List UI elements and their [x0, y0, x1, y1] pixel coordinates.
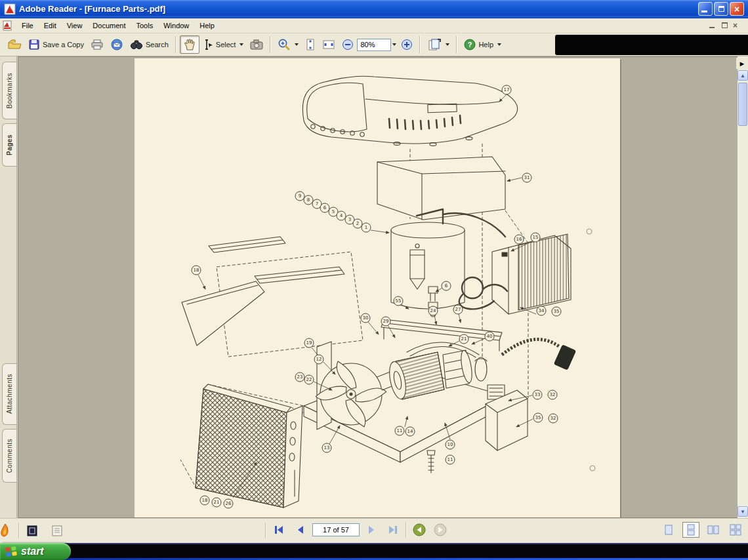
doc-minimize-button[interactable] — [708, 22, 717, 30]
menu-document[interactable]: Document — [87, 20, 131, 31]
statusbar-separator — [405, 522, 407, 538]
workspace: Bookmarks Pages Attachments Comments — [0, 56, 748, 518]
previous-view-icon — [413, 523, 426, 536]
start-label: start — [21, 546, 44, 557]
search-label: Search — [146, 41, 169, 49]
save-a-copy-button[interactable]: Save a Copy — [25, 35, 87, 54]
page-number-input[interactable] — [312, 523, 360, 536]
help-dropdown-icon — [497, 43, 501, 46]
zoom-dropdown-icon — [295, 43, 299, 46]
search-button[interactable]: Search — [127, 35, 172, 54]
adobe-reader-window: Adobe Reader - [Furnace Parts-.pdf] × Fi… — [0, 0, 748, 560]
svg-text:11: 11 — [397, 428, 403, 433]
help-label: Help — [478, 41, 493, 49]
help-button[interactable]: ? Help — [461, 35, 505, 54]
svg-text:10: 10 — [447, 442, 453, 447]
tab-pages[interactable]: Pages — [2, 123, 16, 167]
svg-text:31: 31 — [524, 175, 530, 180]
menu-tools[interactable]: Tools — [131, 20, 159, 31]
expand-pane-arrow-icon: ► — [739, 60, 746, 68]
next-view-button[interactable] — [432, 522, 449, 538]
menu-edit[interactable]: Edit — [39, 20, 62, 31]
mounting-brackets — [182, 237, 344, 346]
page-display-dropdown-icon — [446, 43, 449, 46]
pdf-page[interactable]: 1731987654321161518556343540211912302924… — [135, 58, 620, 517]
single-page-button[interactable] — [660, 522, 677, 538]
minimize-button[interactable] — [698, 2, 713, 16]
last-page-button[interactable] — [384, 522, 402, 538]
status-bar — [0, 518, 748, 543]
select-tool-button[interactable]: Select — [199, 35, 247, 54]
email-button[interactable] — [107, 35, 127, 54]
menu-bar: File Edit View Document Tools Window Hel… — [0, 18, 748, 33]
hand-tool-icon — [183, 38, 196, 51]
page-holes — [587, 229, 595, 471]
tab-comments-label: Comments — [6, 439, 13, 473]
menu-file[interactable]: File — [16, 20, 39, 31]
menu-help[interactable]: Help — [194, 20, 220, 31]
facing-pages-button[interactable] — [705, 522, 722, 538]
dark-page-icon-button[interactable] — [25, 524, 39, 537]
zoom-out-button[interactable] — [339, 35, 357, 54]
scroll-up-button[interactable]: ▲ — [738, 70, 748, 81]
title-bar[interactable]: Adobe Reader - [Furnace Parts-.pdf] × — [0, 0, 748, 18]
next-page-button[interactable] — [364, 522, 381, 538]
next-view-icon — [434, 523, 447, 536]
svg-text:27: 27 — [455, 307, 461, 312]
continuous-page-icon — [686, 524, 696, 536]
close-button[interactable]: × — [730, 2, 744, 16]
menu-window[interactable]: Window — [158, 20, 194, 31]
continuous-facing-button[interactable] — [727, 522, 744, 538]
svg-text:6: 6 — [323, 205, 327, 210]
svg-text:21: 21 — [461, 336, 467, 342]
hand-tool-button[interactable] — [180, 35, 199, 54]
restore-button[interactable] — [714, 2, 728, 16]
light-page-icon — [52, 525, 62, 536]
svg-text:9: 9 — [299, 193, 301, 199]
svg-text:24: 24 — [430, 308, 436, 313]
doc-restore-button[interactable] — [720, 22, 729, 30]
zoom-in-button[interactable] — [398, 35, 416, 54]
zoom-level-dropdown-icon[interactable] — [392, 43, 396, 46]
svg-text:15: 15 — [533, 235, 539, 240]
open-button[interactable] — [4, 35, 25, 54]
previous-page-button[interactable] — [291, 522, 308, 538]
zoom-level-input[interactable] — [357, 39, 391, 51]
actual-size-button[interactable] — [302, 35, 319, 54]
print-button[interactable] — [87, 35, 107, 54]
page-display-icon — [427, 38, 442, 51]
first-page-button[interactable] — [270, 522, 287, 538]
zoom-in-icon — [401, 39, 413, 50]
printer-icon — [91, 39, 104, 50]
svg-text:13: 13 — [324, 445, 330, 450]
svg-text:55: 55 — [396, 298, 402, 304]
svg-text:17: 17 — [504, 87, 510, 92]
doc-close-button[interactable]: × — [733, 22, 741, 30]
tab-bookmarks-label: Bookmarks — [6, 73, 13, 109]
light-page-icon-button[interactable] — [50, 524, 64, 537]
document-window-controls: × — [708, 22, 748, 30]
zoom-out-icon — [342, 39, 354, 50]
windows-taskbar[interactable]: start — [0, 543, 748, 560]
snapshot-tool-button[interactable] — [247, 35, 266, 54]
document-canvas[interactable]: 1731987654321161518556343540211912302924… — [18, 56, 738, 518]
svg-text:11: 11 — [447, 457, 453, 462]
tab-bookmarks[interactable]: Bookmarks — [2, 62, 16, 119]
svg-text:?: ? — [468, 41, 472, 49]
continuous-page-button[interactable] — [682, 522, 699, 538]
adobe-reader-icon — [4, 3, 16, 15]
expand-pane-button[interactable]: ► — [736, 58, 748, 69]
start-button[interactable]: start — [0, 543, 71, 560]
menu-view[interactable]: View — [62, 20, 88, 31]
next-page-icon — [368, 525, 376, 534]
scroll-down-button[interactable]: ▼ — [738, 506, 748, 517]
tab-attachments-label: Attachments — [6, 374, 13, 414]
scrollbar-thumb[interactable] — [738, 83, 747, 126]
previous-view-button[interactable] — [411, 522, 428, 538]
tab-pages-label: Pages — [6, 134, 13, 155]
zoom-tool-button[interactable] — [274, 35, 302, 54]
fit-width-button[interactable] — [319, 35, 339, 54]
tab-comments[interactable]: Comments — [2, 429, 16, 483]
page-display-button[interactable] — [424, 35, 453, 54]
tab-attachments[interactable]: Attachments — [2, 363, 16, 425]
